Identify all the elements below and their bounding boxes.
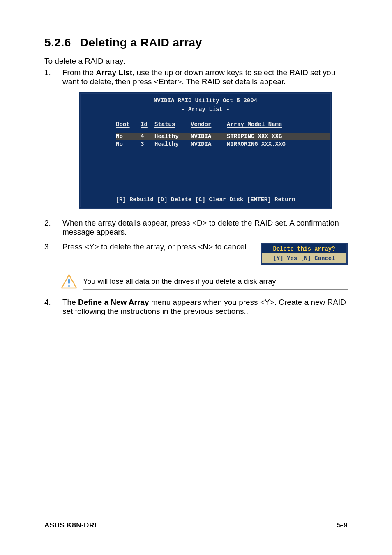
step-text: When the array details appear, press <D>… (62, 219, 339, 236)
step-bold: Define a New Array (78, 298, 149, 306)
terminal-table-header: Boot Id Status Vendor Array Model Name (116, 121, 330, 129)
cell-model: STRIPING XXX.XXG (227, 133, 317, 140)
warning-note: You will lose all data on the drives if … (61, 274, 348, 290)
cell-vendor: NVIDIA (191, 140, 227, 148)
table-row[interactable]: No 3 Healthy NVIDIA MIRRORING XXX.XXG (116, 140, 330, 148)
cell-status: Healthy (154, 133, 191, 140)
svg-rect-1 (68, 279, 70, 284)
cell-boot: No (116, 133, 141, 140)
terminal-body: Boot Id Status Vendor Array Model Name N… (81, 116, 330, 193)
confirm-dialog-head: Delete this array? (262, 244, 346, 253)
step-text: Press <Y> to delete the array, or press … (62, 242, 249, 251)
step-2: 2. When the array details appear, press … (44, 219, 348, 237)
col-vendor: Vendor (191, 121, 227, 129)
step-bold: Array List (96, 68, 132, 77)
cell-model: MIRRORING XXX.XXG (227, 140, 317, 148)
terminal-footer: [R] Rebuild [D] Delete [C] Clear Disk [E… (81, 193, 330, 207)
intro-text: To delete a RAID array: (44, 57, 348, 66)
col-model: Array Model Name (227, 121, 317, 129)
table-row[interactable]: No 4 Healthy NVIDIA STRIPING XXX.XXG (116, 133, 330, 140)
col-status: Status (154, 121, 191, 129)
cell-vendor: NVIDIA (191, 133, 227, 140)
section-heading: 5.2.6Deleting a RAID array (44, 36, 348, 49)
bios-terminal: NVIDIA RAID Utility Oct 5 2004 - Array L… (79, 92, 332, 209)
footer-right: 5-9 (337, 521, 348, 530)
page-footer: ASUS K8N-DRE 5-9 (44, 518, 348, 530)
confirm-dialog-body[interactable]: [Y] Yes [N] Cancel (262, 253, 346, 263)
svg-point-2 (68, 285, 70, 287)
warning-icon (61, 274, 77, 290)
section-number: 5.2.6 (44, 36, 71, 49)
footer-left: ASUS K8N-DRE (44, 521, 99, 530)
step-number: 2. (44, 219, 59, 228)
confirm-dialog: Delete this array? [Y] Yes [N] Cancel (261, 243, 348, 265)
step-4: 4. The Define a New Array menu appears w… (44, 298, 348, 316)
section-title-text: Deleting a RAID array (80, 36, 202, 49)
cell-id: 3 (141, 140, 154, 148)
terminal-title: NVIDIA RAID Utility Oct 5 2004 (154, 97, 257, 104)
step-text-prefix: The (62, 298, 78, 306)
step-number: 4. (44, 298, 59, 307)
col-boot: Boot (116, 121, 141, 129)
cell-boot: No (116, 140, 141, 148)
step-3: Delete this array? [Y] Yes [N] Cancel 3.… (44, 242, 348, 265)
cell-id: 4 (141, 133, 154, 140)
terminal-header: NVIDIA RAID Utility Oct 5 2004 - Array L… (81, 94, 330, 116)
col-id: Id (141, 121, 154, 129)
terminal-subtitle: - Array List - (82, 106, 329, 113)
step-text-prefix: From the (62, 68, 96, 77)
warning-text: You will lose all data on the drives if … (83, 274, 348, 290)
step-number: 3. (44, 242, 59, 251)
step-1: 1. From the Array List, use the up or do… (44, 68, 348, 209)
step-number: 1. (44, 68, 59, 77)
cell-status: Healthy (154, 140, 191, 148)
